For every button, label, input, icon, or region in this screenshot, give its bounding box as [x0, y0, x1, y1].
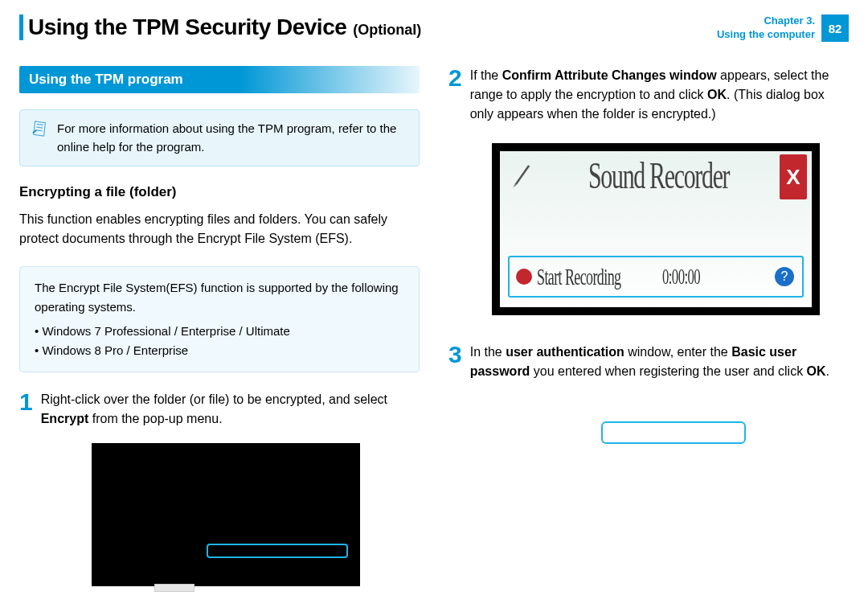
- chapter-text: Chapter 3. Using the computer: [717, 14, 815, 42]
- step-1-post: from the pop-up menu.: [88, 412, 222, 425]
- page-title: Using the TPM Security Device: [28, 14, 346, 40]
- step-2: 2 If the Confirm Attribute Changes windo…: [448, 66, 849, 124]
- step-1-pre: Right-click over the folder (or file) to…: [41, 392, 387, 406]
- chapter-box: Chapter 3. Using the computer 82: [717, 14, 849, 42]
- step-3-pre: In the: [470, 345, 506, 359]
- page-subtitle: (Optional): [353, 22, 421, 39]
- step-1-body: Right-click over the folder (or file) to…: [41, 390, 420, 429]
- right-column: 2 If the Confirm Attribute Changes windo…: [448, 66, 849, 586]
- step-3-b3: OK: [807, 364, 826, 378]
- step-3-body: In the user authentication window, enter…: [470, 343, 849, 381]
- step-2-body: If the Confirm Attribute Changes window …: [470, 66, 849, 124]
- close-icon: X: [786, 165, 800, 190]
- figure-sound-recorder: Sound Recorder X Start Recording 0:00:00…: [492, 143, 820, 315]
- title-wrap: Using the TPM Security Device (Optional): [19, 14, 421, 40]
- page-header: Using the TPM Security Device (Optional)…: [19, 14, 849, 42]
- page-number: 82: [821, 14, 849, 42]
- figure-foot: [154, 584, 194, 592]
- step-3-post: .: [826, 364, 829, 378]
- step-2-pre: If the: [470, 68, 502, 82]
- figure-highlight: [207, 544, 348, 558]
- intro-text: This function enables encrypting files a…: [19, 210, 420, 248]
- window-title: Sound Recorder: [588, 154, 729, 197]
- efs-lead: The Encrypt File System(EFS) function is…: [35, 278, 404, 317]
- step-1-number: 1: [19, 390, 33, 429]
- record-icon: [516, 269, 532, 285]
- section-heading: Using the TPM program: [19, 66, 420, 93]
- subheading-encrypting: Encrypting a file (folder): [19, 184, 420, 200]
- efs-item-1: Windows 7 Professional / Enterprise / Ul…: [35, 322, 404, 341]
- step-3-mid2: you entered when registering the user an…: [530, 364, 806, 378]
- left-column: Using the TPM program For more informati…: [19, 66, 420, 586]
- step-2-b2: OK: [707, 88, 727, 101]
- step-3-mid1: window, enter the: [624, 345, 731, 359]
- step-1-bold: Encrypt: [41, 412, 89, 425]
- step-3-number: 3: [448, 343, 462, 381]
- help-icon: ?: [781, 269, 788, 284]
- step-1: 1 Right-click over the folder (or file) …: [19, 390, 420, 429]
- timer-readout: 0:00:00: [662, 264, 700, 290]
- chapter-line-1: Chapter 3.: [717, 14, 815, 28]
- figure-context-menu: [92, 443, 360, 586]
- efs-item-2: Windows 8 Pro / Enterprise: [35, 341, 404, 360]
- info-text: For more information about using the TPM…: [57, 120, 407, 156]
- step-3: 3 In the user authentication window, ent…: [448, 343, 849, 381]
- help-button[interactable]: ?: [775, 267, 794, 286]
- record-button-label[interactable]: Start Recording: [537, 263, 620, 290]
- info-box: For more information about using the TPM…: [19, 109, 420, 166]
- close-button[interactable]: X: [780, 154, 807, 199]
- chapter-line-2: Using the computer: [717, 28, 815, 42]
- note-icon: [31, 120, 49, 156]
- pencil-icon: [511, 161, 534, 191]
- efs-supported-box: The Encrypt File System(EFS) function is…: [19, 266, 420, 372]
- sound-recorder-window: Sound Recorder X Start Recording 0:00:00…: [500, 151, 812, 307]
- step-3-b1: user authentication: [506, 345, 624, 359]
- figure-highlight-box: [601, 421, 746, 444]
- step-2-b1: Confirm Attribute Changes window: [502, 68, 717, 82]
- step-2-number: 2: [448, 66, 462, 124]
- recorder-bar: Start Recording 0:00:00 ?: [508, 256, 804, 298]
